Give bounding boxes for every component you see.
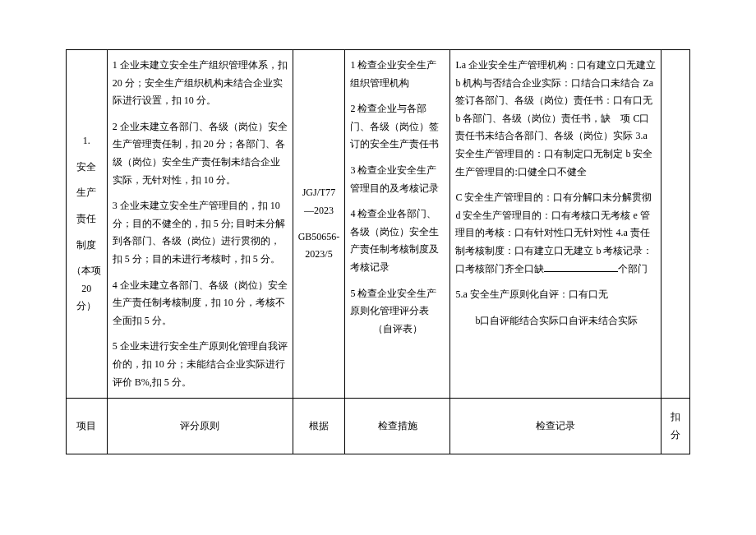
cell-scoring-rules: 1 企业未建立安全生产组织管理体系，扣 20 分；安全生产组织机构未结合企业实际… <box>107 50 293 399</box>
measure-text: 5 检查企业安全生产原则化管理评分表 <box>350 285 445 321</box>
rule-text: 3 企业未建立安全生产管理目的，扣 10 分；目的不健全的，扣 5 分; 目时未… <box>113 197 288 268</box>
item-score-note: （本项 20 分） <box>71 262 102 316</box>
rule-text: 2 企业未建立各部门、各级（岗位）安全生产管理责任制，扣 20 分；各部门、各级… <box>113 118 288 189</box>
checklist-table: 1. 安全 生产 责任 制度 （本项 20 分） 1 企业未建立安全生产组织管理… <box>66 49 690 454</box>
measure-text: 1 检查企业安全生产组织管理机构 <box>350 57 445 92</box>
cell-check-measures: 1 检查企业安全生产组织管理机构 2 检查企业与各部门、各级（岗位）签订的安全生… <box>345 50 450 399</box>
record-text-part: 个部门 <box>618 263 648 274</box>
item-title-line: 制度 <box>71 237 102 255</box>
item-title-line: 安全 <box>71 159 102 177</box>
record-text: 5.a 安全生产原则化自评：口有口无 <box>455 286 656 304</box>
header-project: 项目 <box>67 399 108 454</box>
measure-text: 4 检查企业各部门、各级（岗位）安全生产责任制考核制度及考核记录 <box>350 205 445 276</box>
header-record: 检查记录 <box>450 399 662 454</box>
cell-check-record: La 企业安全生产管理机构：口有建立口无建立 b 机构与否结合企业实际：口结合口… <box>450 50 662 399</box>
measure-text: 3 检查企业安全生产管理目的及考核记录 <box>350 162 445 197</box>
rule-text: 1 企业未建立安全生产组织管理体系，扣 20 分；安全生产组织机构未结合企业实际… <box>113 57 288 110</box>
cell-project: 1. 安全 生产 责任 制度 （本项 20 分） <box>67 50 108 399</box>
header-row: 项目 评分原则 根据 检查措施 检查记录 扣分 <box>67 399 690 454</box>
standard-ref: JGJ/T77—2023 <box>298 184 340 219</box>
content-row: 1. 安全 生产 责任 制度 （本项 20 分） 1 企业未建立安全生产组织管理… <box>67 50 690 399</box>
rule-text: 5 企业未进行安全生产原则化管理自我评价的，扣 10 分；未能结合企业实际进行评… <box>113 338 288 391</box>
header-deduction: 扣分 <box>662 399 690 454</box>
header-scoring: 评分原则 <box>107 399 293 454</box>
header-basis: 根据 <box>293 399 345 454</box>
measure-subtext: （自评表） <box>350 321 445 339</box>
cell-deduction <box>662 50 690 399</box>
item-title-line: 生产 <box>71 184 102 202</box>
standard-ref: GB50656-2023/5 <box>298 228 340 264</box>
cell-basis: JGJ/T77—2023 GB50656-2023/5 <box>293 50 345 399</box>
item-title-line: 责任 <box>71 210 102 228</box>
record-text: La 企业安全生产管理机构：口有建立口无建立 b 机构与否结合企业实际：口结合口… <box>455 57 656 181</box>
measure-text: 2 检查企业与各部门、各级（岗位）签订的安全生产责任书 <box>350 100 445 154</box>
item-number: 1. <box>71 132 102 150</box>
record-text: b口自评能结合实际口自评未结合实际 <box>455 312 656 330</box>
rule-text: 4 企业未建立各部门、各级（岗位）安全生产责任制考核制度，扣 10 分，考核不全… <box>113 277 288 330</box>
fill-blank[interactable] <box>544 262 618 272</box>
header-measures: 检查措施 <box>345 399 450 454</box>
record-text-line: C 安全生产管理目的：口有分解口未分解贯彻 d 安全生产管理目的：口有考核口无考… <box>455 189 656 278</box>
